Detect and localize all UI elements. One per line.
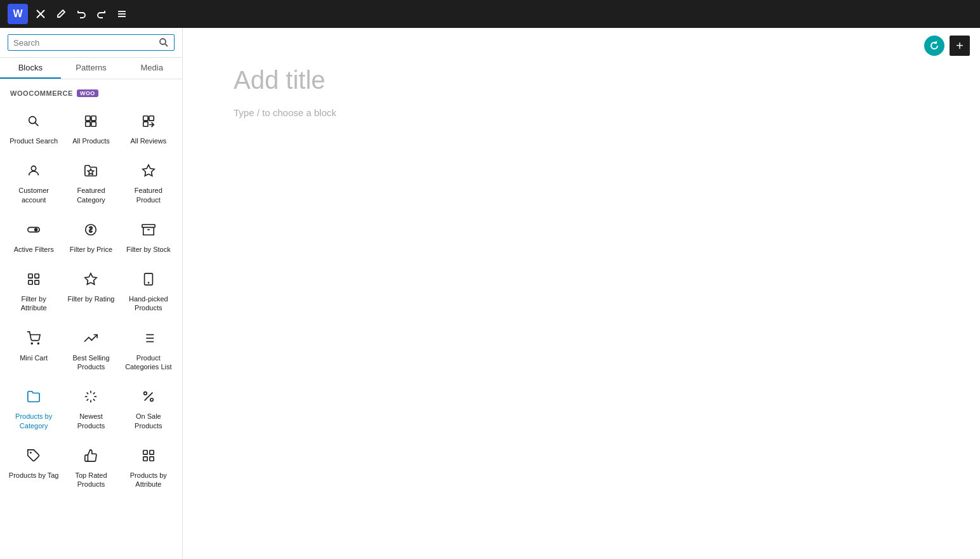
sidebar-content: WOOCOMMERCE WOO Product SearchAll Produc… [0,79,182,559]
svg-rect-13 [143,116,148,121]
svg-rect-10 [91,116,96,121]
trending-up-icon [79,327,102,350]
search-submit-button[interactable] [159,37,169,48]
block-item-all-reviews[interactable]: All Reviews [120,102,177,152]
block-grid: Product SearchAll ProductsAll ReviewsCus… [0,100,182,498]
block-item-filter-by-attribute[interactable]: Filter by Attribute [5,260,62,319]
block-item-featured-product[interactable]: Featured Product [120,152,177,211]
block-item-active-filters[interactable]: Active Filters [5,211,62,260]
tag-icon [22,444,45,467]
search-input[interactable] [13,38,159,48]
block-label-best-selling-products: Best Selling Products [65,353,117,372]
block-item-products-by-category[interactable]: Products by Category [5,378,62,437]
block-label-filter-by-price: Filter by Price [70,245,112,254]
folder-star-icon [79,159,102,182]
percent-icon [137,385,160,408]
block-label-top-rated-products: Top Rated Products [65,471,117,489]
star-outline-icon [79,268,102,291]
tab-media[interactable]: Media [121,58,182,79]
block-item-featured-category[interactable]: Featured Category [62,152,119,211]
block-item-product-categories-list[interactable]: Product Categories List [120,319,177,378]
svg-rect-25 [35,274,39,278]
block-label-mini-cart: Mini Cart [20,353,48,362]
tablet-icon [137,268,160,291]
add-block-button[interactable]: + [950,36,970,56]
block-item-newest-products[interactable]: Newest Products [62,378,119,437]
svg-point-48 [143,392,147,395]
search-icon [159,37,169,48]
block-label-products-by-category: Products by Category [8,412,60,430]
woo-badge: WOO [77,89,98,97]
block-item-best-selling-products[interactable]: Best Selling Products [62,319,119,378]
svg-line-8 [35,122,38,126]
svg-point-49 [150,398,154,402]
tab-blocks[interactable]: Blocks [0,58,61,79]
list-icon [137,327,160,350]
block-item-filter-by-price[interactable]: Filter by Price [62,211,119,260]
grid-icon [79,110,102,133]
block-item-product-search[interactable]: Product Search [5,102,62,152]
woocommerce-header: WOOCOMMERCE WOO [0,84,182,100]
block-item-top-rated-products[interactable]: Top Rated Products [62,437,119,496]
svg-rect-11 [86,122,90,126]
refresh-button[interactable] [924,36,944,56]
woocommerce-label: WOOCOMMERCE [10,89,73,97]
star-icon [137,159,160,182]
edit-button[interactable] [53,6,69,22]
editor-top-right: + [924,36,970,56]
block-item-filter-by-stock[interactable]: Filter by Stock [120,211,177,260]
search-input-wrap [8,34,175,51]
block-label-featured-product: Featured Product [122,186,175,204]
block-label-products-by-attribute: Products by Attribute [122,471,175,489]
svg-point-20 [34,228,37,232]
svg-rect-53 [143,457,147,461]
undo-button[interactable] [74,6,89,22]
toolbar: W [0,0,980,28]
menu-icon [117,9,127,19]
wp-logo[interactable]: W [8,4,28,24]
block-item-on-sale-products[interactable]: On Sale Products [120,378,177,437]
block-item-customer-account[interactable]: Customer account [5,152,62,211]
svg-marker-18 [143,165,154,176]
svg-line-41 [87,393,89,395]
block-label-all-reviews: All Reviews [130,136,166,145]
svg-rect-22 [142,225,155,228]
redo-button[interactable] [94,6,109,22]
redo-icon [96,9,107,19]
editor-block-placeholder[interactable]: Type / to choose a block [234,107,336,118]
block-label-featured-category: Featured Category [65,186,117,204]
block-item-filter-by-rating[interactable]: Filter by Rating [62,260,119,319]
svg-rect-52 [150,450,154,454]
block-label-all-products: All Products [72,136,110,145]
block-item-all-products[interactable]: All Products [62,102,119,152]
block-item-hand-picked-products[interactable]: Hand-picked Products [120,260,177,319]
block-item-mini-cart[interactable]: Mini Cart [5,319,62,378]
editor-area: + Add title Type / to choose a block [183,28,980,559]
block-label-active-filters: Active Filters [14,245,54,254]
folder-icon [22,385,45,408]
close-button[interactable] [33,6,48,22]
svg-point-7 [29,117,36,124]
tab-patterns[interactable]: Patterns [61,58,122,79]
svg-line-47 [144,393,152,401]
block-label-filter-by-attribute: Filter by Attribute [8,294,60,313]
block-item-products-by-tag[interactable]: Products by Tag [5,437,62,496]
grid4-icon [22,268,45,291]
sparkle-icon [79,385,102,408]
grid4-icon [137,444,160,467]
svg-rect-15 [143,122,148,126]
archive-icon [137,218,160,241]
undo-icon [76,9,86,19]
block-label-filter-by-stock: Filter by Stock [126,245,171,254]
svg-rect-12 [91,122,96,126]
person-icon [22,159,45,182]
block-label-product-categories-list: Product Categories List [122,353,175,372]
menu-button[interactable] [114,6,129,22]
tabs-row: Blocks Patterns Media [0,58,182,79]
dollar-circle-icon [79,218,102,241]
block-label-customer-account: Customer account [8,186,60,204]
svg-point-5 [160,39,166,44]
block-item-products-by-attribute[interactable]: Products by Attribute [120,437,177,496]
svg-marker-17 [88,169,94,175]
editor-title-placeholder[interactable]: Add title [234,66,929,95]
